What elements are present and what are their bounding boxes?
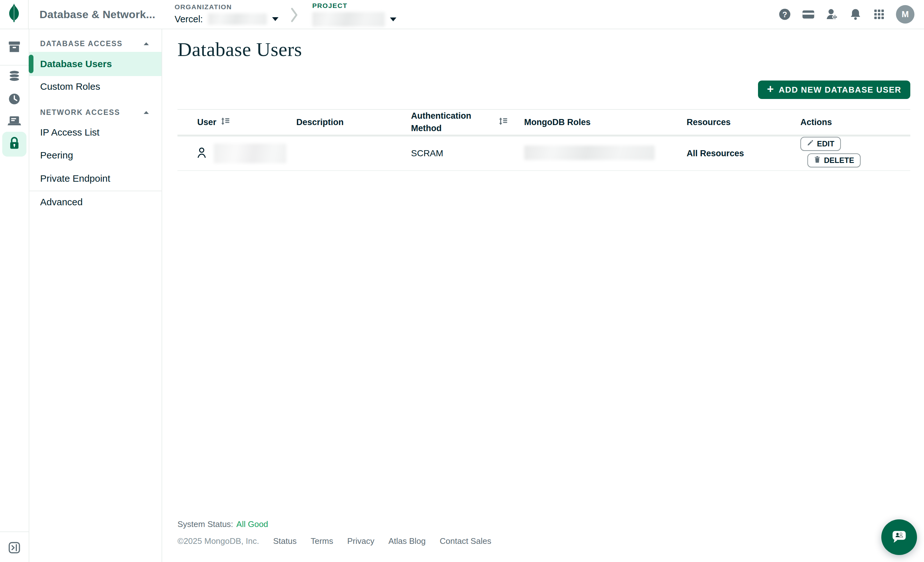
sidebar-item-database-users[interactable]: Database Users xyxy=(29,52,162,76)
organization-label: ORGANIZATION xyxy=(175,3,279,11)
column-header-authentication-method[interactable]: Authentication Method xyxy=(411,110,524,135)
sidebar-section-database-access[interactable]: DATABASE ACCESS xyxy=(40,39,149,48)
sidebar-item-label: Private Endpoint xyxy=(40,173,110,184)
footer-link-status[interactable]: Status xyxy=(273,536,297,546)
plus-icon: + xyxy=(767,84,774,95)
roles-redacted xyxy=(524,145,655,160)
column-header-resources[interactable]: Resources xyxy=(687,117,800,127)
page-footer: System Status: All Good ©2025 MongoDB, I… xyxy=(177,519,491,546)
collapse-section-icon[interactable] xyxy=(144,111,149,114)
user-cell xyxy=(177,143,296,163)
actions-cell: EDIT DELETE xyxy=(800,137,910,167)
data-services-icon[interactable] xyxy=(7,39,22,54)
chevron-down-icon[interactable] xyxy=(390,18,396,21)
auth-method-cell: SCRAM xyxy=(411,148,524,158)
help-icon[interactable]: ? xyxy=(778,7,792,21)
billing-icon[interactable] xyxy=(802,7,815,21)
trash-icon xyxy=(814,155,821,165)
sidebar-item-custom-roles[interactable]: Custom Roles xyxy=(29,76,162,97)
page-title: Database Users xyxy=(177,38,302,61)
sidebar-item-peering[interactable]: Peering xyxy=(29,145,162,166)
database-icon[interactable] xyxy=(7,69,22,84)
app-services-icon[interactable] xyxy=(7,114,22,129)
mongodb-logo-cell[interactable] xyxy=(0,0,28,28)
security-nav-tile[interactable] xyxy=(2,132,27,157)
organization-prefix: Vercel: xyxy=(175,14,203,24)
apps-grid-icon[interactable] xyxy=(872,7,886,21)
chat-widget-button[interactable] xyxy=(881,519,917,555)
table-row: SCRAM All Resources EDIT xyxy=(177,136,910,171)
sidebar-divider xyxy=(29,191,162,191)
system-status-label: System Status: xyxy=(177,519,233,529)
delete-button[interactable]: DELETE xyxy=(807,153,861,167)
footer-link-terms[interactable]: Terms xyxy=(310,536,333,546)
sort-icon[interactable] xyxy=(499,117,508,128)
column-header-mongodb-roles[interactable]: MongoDB Roles xyxy=(524,117,687,127)
rail-divider xyxy=(0,531,28,532)
organization-picker[interactable]: ORGANIZATION Vercel: xyxy=(175,3,279,25)
top-bar: Database & Network... ORGANIZATION Verce… xyxy=(0,0,924,29)
notifications-bell-icon[interactable] xyxy=(849,7,862,21)
column-header-actions: Actions xyxy=(800,117,910,127)
rail-divider xyxy=(0,65,28,66)
collapse-section-icon[interactable] xyxy=(144,42,149,45)
footer-link-privacy[interactable]: Privacy xyxy=(347,536,374,546)
sidebar-item-private-endpoint[interactable]: Private Endpoint xyxy=(29,168,162,189)
column-header-user[interactable]: User xyxy=(177,117,296,128)
footer-link-atlas-blog[interactable]: Atlas Blog xyxy=(388,536,426,546)
active-item-indicator xyxy=(28,55,33,73)
add-new-database-user-button[interactable]: + ADD NEW DATABASE USER xyxy=(758,81,910,99)
column-header-description[interactable]: Description xyxy=(296,117,411,127)
sidebar-item-advanced[interactable]: Advanced xyxy=(29,191,162,212)
sidebar-item-label: Advanced xyxy=(40,197,82,208)
sidebar-item-label: Peering xyxy=(40,150,73,161)
sidebar-nav: DATABASE ACCESS Database Users Custom Ro… xyxy=(29,29,162,562)
user-avatar[interactable]: M xyxy=(896,5,915,24)
section-title: NETWORK ACCESS xyxy=(40,108,120,117)
mongodb-roles-cell xyxy=(524,145,687,161)
project-picker[interactable]: PROJECT xyxy=(312,2,396,27)
footer-link-contact-sales[interactable]: Contact Sales xyxy=(440,536,491,546)
system-status-link[interactable]: All Good xyxy=(236,519,268,529)
topbar-icon-group: ? M xyxy=(778,0,915,28)
add-button-label: ADD NEW DATABASE USER xyxy=(779,85,902,95)
database-users-table: User Description Authentication Method xyxy=(177,109,910,171)
breadcrumb-chevron-icon xyxy=(291,7,298,24)
section-title: DATABASE ACCESS xyxy=(40,39,123,48)
sort-icon[interactable] xyxy=(221,117,230,128)
project-label: PROJECT xyxy=(312,2,396,9)
backup-clock-icon[interactable] xyxy=(7,92,22,106)
username-redacted xyxy=(214,143,286,163)
security-lock-icon xyxy=(8,136,21,152)
invite-user-icon[interactable] xyxy=(825,7,838,21)
main-content: Database Users + ADD NEW DATABASE USER U… xyxy=(162,29,924,562)
sidebar-item-label: Custom Roles xyxy=(40,81,100,92)
chevron-down-icon[interactable] xyxy=(272,17,279,21)
table-header-row: User Description Authentication Method xyxy=(177,109,910,136)
pencil-icon xyxy=(807,139,814,148)
copyright-text: ©2025 MongoDB, Inc. xyxy=(177,536,259,546)
chat-bubble-icon xyxy=(889,526,909,548)
edit-button[interactable]: EDIT xyxy=(800,137,841,151)
sidebar-section-network-access[interactable]: NETWORK ACCESS xyxy=(40,108,149,117)
mongodb-leaf-logo xyxy=(8,3,20,25)
sidebar-item-label: IP Access List xyxy=(40,127,99,138)
organization-name-redacted xyxy=(208,13,267,25)
sidebar-item-ip-access-list[interactable]: IP Access List xyxy=(29,122,162,143)
user-silhouette-icon xyxy=(196,146,207,160)
sidebar-item-label: Database Users xyxy=(40,58,112,69)
resources-cell: All Resources xyxy=(687,149,800,158)
project-name-redacted xyxy=(312,12,385,27)
icon-rail xyxy=(0,29,29,562)
svg-text:?: ? xyxy=(783,10,787,19)
app-title: Database & Network... xyxy=(39,0,155,28)
collapse-sidebar-icon[interactable] xyxy=(7,540,22,555)
